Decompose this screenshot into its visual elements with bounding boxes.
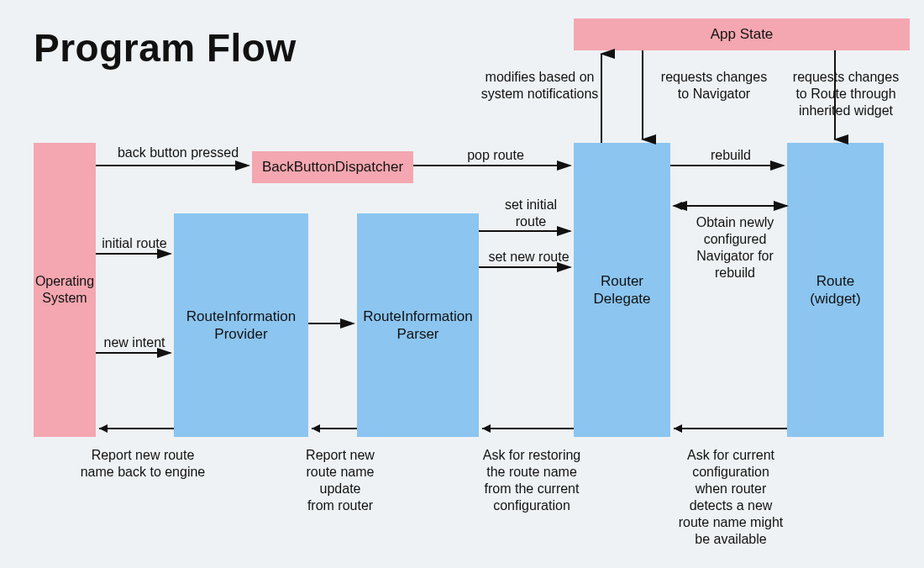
label-pop-route: pop route bbox=[458, 147, 533, 164]
svg-marker-4 bbox=[99, 424, 108, 433]
node-route-info-provider: RouteInformation Provider bbox=[174, 213, 308, 437]
label-set-new: set new route bbox=[480, 249, 577, 266]
diagram-title: Program Flow bbox=[34, 25, 297, 71]
node-route-info-parser: RouteInformation Parser bbox=[357, 213, 479, 437]
label-obtain-nav: Obtain newly configured Navigator for re… bbox=[680, 214, 790, 281]
svg-marker-2 bbox=[482, 424, 491, 433]
label-ask-current: Ask for current configuration when route… bbox=[664, 447, 798, 548]
label-rebuild: rebuild bbox=[697, 147, 764, 164]
label-initial-route: initial route bbox=[92, 235, 176, 252]
svg-marker-1 bbox=[674, 424, 682, 433]
label-req-navigator: requests changes to Navigator bbox=[651, 69, 777, 103]
label-modifies-sys: modifies based on system notifications bbox=[470, 69, 609, 103]
label-req-route: requests changes to Route through inheri… bbox=[779, 69, 913, 119]
node-route-widget: Route (widget) bbox=[787, 143, 884, 437]
label-new-intent: new intent bbox=[92, 334, 176, 351]
label-report-engine: Report new route name back to engine bbox=[71, 447, 214, 481]
label-set-initial: set initial route bbox=[489, 197, 573, 230]
label-report-router: Report new route name update from router bbox=[294, 447, 386, 514]
node-back-button-dispatcher: BackButtonDispatcher bbox=[252, 151, 413, 183]
node-operating-system: Operating System bbox=[34, 143, 96, 437]
node-app-state: App State bbox=[574, 18, 910, 50]
svg-marker-0 bbox=[674, 202, 682, 210]
label-ask-restore: Ask for restoring the route name from th… bbox=[469, 447, 595, 514]
svg-marker-3 bbox=[312, 424, 320, 433]
node-router-delegate: Router Delegate bbox=[574, 143, 670, 437]
label-back-pressed: back button pressed bbox=[102, 145, 254, 161]
